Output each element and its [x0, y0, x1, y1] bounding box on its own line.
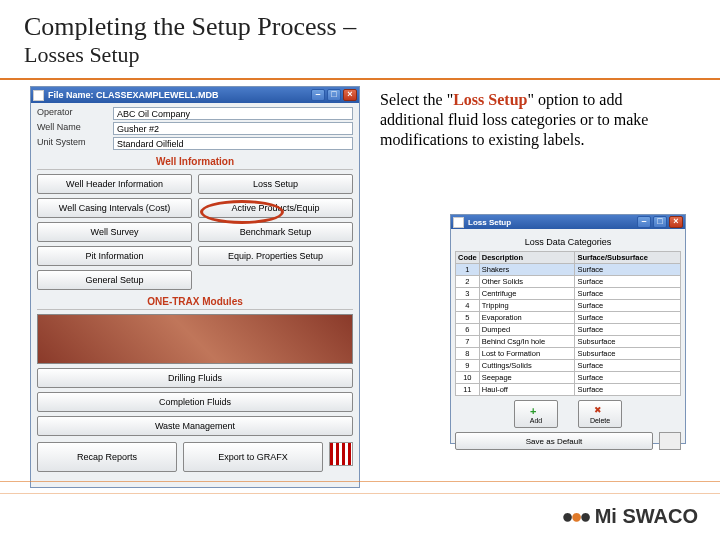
wellname-field[interactable]: Gusher #2 — [113, 122, 353, 135]
table-row[interactable]: 4TrippingSurface — [456, 300, 681, 312]
completion-fluids-button[interactable]: Completion Fluids — [37, 392, 353, 412]
crew-photo — [37, 314, 353, 364]
add-button[interactable]: Add — [514, 400, 558, 428]
table-row[interactable]: 2Other SolidsSurface — [456, 276, 681, 288]
close-button[interactable]: × — [343, 89, 357, 101]
grafx-icon — [329, 442, 353, 466]
loss-maximize-button[interactable]: □ — [653, 216, 667, 228]
loss-setup-button[interactable]: Loss Setup — [198, 174, 353, 194]
well-survey-button[interactable]: Well Survey — [37, 222, 192, 242]
exit-icon[interactable] — [659, 432, 681, 450]
save-default-button[interactable]: Save as Default — [455, 432, 653, 450]
operator-field[interactable]: ABC Oil Company — [113, 107, 353, 120]
app-icon — [33, 90, 44, 101]
main-app-window: File Name: CLASSEXAMPLEWELL.MDB – □ × Op… — [30, 86, 360, 488]
loss-close-button[interactable]: × — [669, 216, 683, 228]
col-surf: Surface/Subsurface — [575, 252, 681, 264]
loss-titlebar: Loss Setup – □ × — [451, 215, 685, 229]
col-desc: Description — [479, 252, 575, 264]
table-row[interactable]: 7Behind Csg/In holeSubsurface — [456, 336, 681, 348]
export-grafx-button[interactable]: Export to GRAFX — [183, 442, 323, 472]
col-code: Code — [456, 252, 480, 264]
table-row[interactable]: 5EvaporationSurface — [456, 312, 681, 324]
instruction-text: Select the "Loss Setup" option to add ad… — [380, 90, 690, 150]
loss-minimize-button[interactable]: – — [637, 216, 651, 228]
unitsys-field[interactable]: Standard Oilfield — [113, 137, 353, 150]
logo-dots-icon: ●●● — [561, 505, 588, 528]
drilling-fluids-button[interactable]: Drilling Fluids — [37, 368, 353, 388]
table-row[interactable]: 10SeepageSurface — [456, 372, 681, 384]
footer-rule-2 — [0, 493, 720, 494]
footer-rule-1 — [0, 481, 720, 482]
wellname-label: Well Name — [37, 122, 113, 135]
waste-mgmt-button[interactable]: Waste Management — [37, 416, 353, 436]
pit-info-button[interactable]: Pit Information — [37, 246, 192, 266]
recap-reports-button[interactable]: Recap Reports — [37, 442, 177, 472]
active-products-button[interactable]: Active Products/Equip — [198, 198, 353, 218]
plus-icon — [530, 405, 542, 417]
table-row[interactable]: 9Cuttings/SolidsSurface — [456, 360, 681, 372]
table-row[interactable]: 8Lost to FormationSubsurface — [456, 348, 681, 360]
table-row[interactable]: 11Haul-offSurface — [456, 384, 681, 396]
page-title-sub: Losses Setup — [24, 42, 720, 68]
well-header-button[interactable]: Well Header Information — [37, 174, 192, 194]
table-row[interactable]: 6DumpedSurface — [456, 324, 681, 336]
delete-button[interactable]: Delete — [578, 400, 622, 428]
loss-table[interactable]: Code Description Surface/Subsurface 1Sha… — [455, 251, 681, 396]
loss-title-text: Loss Setup — [468, 218, 511, 227]
brand-logo: ●●● Mi SWACO — [561, 505, 698, 528]
unitsys-label: Unit System — [37, 137, 113, 150]
emphasis-loss-setup: Loss Setup — [453, 91, 527, 108]
maximize-button[interactable]: □ — [327, 89, 341, 101]
general-setup-button[interactable]: General Setup — [37, 270, 192, 290]
loss-setup-window: Loss Setup – □ × Loss Data Categories Co… — [450, 214, 686, 444]
equip-props-button[interactable]: Equip. Properties Setup — [198, 246, 353, 266]
operator-label: Operator — [37, 107, 113, 120]
section-well-info: Well Information — [37, 156, 353, 170]
section-modules: ONE-TRAX Modules — [37, 296, 353, 310]
loss-grid-title: Loss Data Categories — [455, 237, 681, 247]
main-titlebar: File Name: CLASSEXAMPLEWELL.MDB – □ × — [31, 87, 359, 103]
table-row[interactable]: 3CentrifugeSurface — [456, 288, 681, 300]
benchmark-button[interactable]: Benchmark Setup — [198, 222, 353, 242]
minimize-button[interactable]: – — [311, 89, 325, 101]
casing-button[interactable]: Well Casing Intervals (Cost) — [37, 198, 192, 218]
delete-icon — [594, 405, 606, 417]
table-row[interactable]: 1ShakersSurface — [456, 264, 681, 276]
loss-app-icon — [453, 217, 464, 228]
main-title-text: File Name: CLASSEXAMPLEWELL.MDB — [48, 90, 219, 100]
page-title-main: Completing the Setup Process – — [24, 12, 720, 42]
